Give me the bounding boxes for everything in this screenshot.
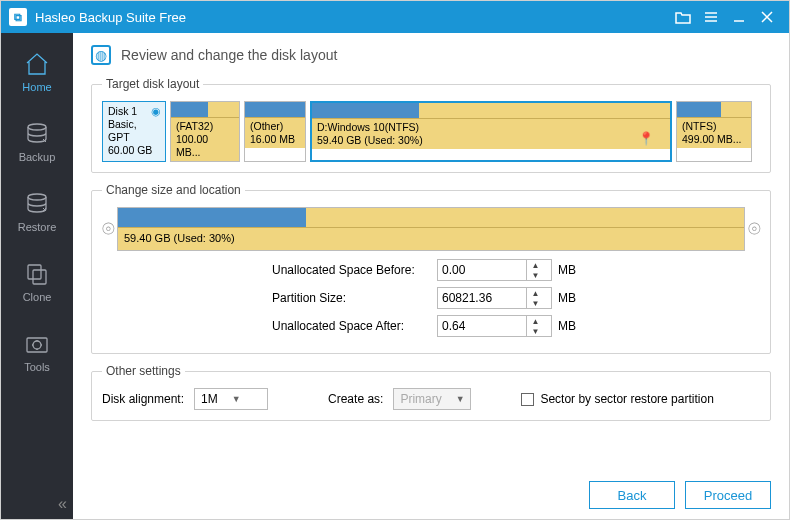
svg-point-1 xyxy=(28,194,46,200)
create-as-label: Create as: xyxy=(328,392,383,406)
other-settings-group: Other settings Disk alignment: 1M ▼ Crea… xyxy=(91,364,771,421)
disk-size: 60.00 GB xyxy=(108,144,160,157)
svg-rect-3 xyxy=(33,270,46,284)
unalloc-before-input[interactable]: ▲▼ xyxy=(437,259,552,281)
resize-partition[interactable]: 59.40 GB (Used: 30%) xyxy=(117,207,745,251)
svg-point-5 xyxy=(33,341,41,349)
back-button[interactable]: Back xyxy=(589,481,675,509)
resize-legend: Change size and location xyxy=(102,183,245,197)
svg-point-0 xyxy=(28,124,46,130)
backup-icon xyxy=(23,121,51,147)
unalloc-after-field[interactable] xyxy=(438,316,526,336)
disk-type: Basic, GPT xyxy=(108,118,160,144)
partition-block[interactable]: (FAT32)100.00 MB... xyxy=(170,101,240,162)
partition-fs: (FAT32) xyxy=(176,120,234,133)
tools-icon xyxy=(23,331,51,357)
partition-size-field[interactable] xyxy=(438,288,526,308)
partition-block[interactable]: (NTFS)499.00 MB... xyxy=(676,101,752,162)
partition-size: 100.00 MB... xyxy=(176,133,234,159)
spin-down-icon[interactable]: ▼ xyxy=(527,298,544,308)
minimize-icon[interactable] xyxy=(725,3,753,31)
svg-rect-2 xyxy=(28,265,41,279)
app-title: Hasleo Backup Suite Free xyxy=(35,10,669,25)
sidebar-item-tools[interactable]: Tools xyxy=(1,317,73,387)
disk-block[interactable]: ◉ Disk 1 Basic, GPT 60.00 GB xyxy=(102,101,166,162)
sidebar-item-label: Tools xyxy=(24,361,50,373)
target-layout-legend: Target disk layout xyxy=(102,77,203,91)
pin-icon: 📍 xyxy=(638,131,654,146)
resize-group: Change size and location ⦾ 59.40 GB (Use… xyxy=(91,183,771,354)
page-title: Review and change the disk layout xyxy=(121,47,337,63)
sidebar-item-label: Home xyxy=(22,81,51,93)
sidebar-item-home[interactable]: Home xyxy=(1,37,73,107)
unalloc-before-field[interactable] xyxy=(438,260,526,280)
footer-buttons: Back Proceed xyxy=(589,481,771,509)
sidebar-item-label: Clone xyxy=(23,291,52,303)
disk-row: ◉ Disk 1 Basic, GPT 60.00 GB (FAT32)100.… xyxy=(102,101,760,162)
partition-fs: (NTFS) xyxy=(682,120,746,133)
checkbox-box-icon xyxy=(521,393,534,406)
target-layout-group: Target disk layout ◉ Disk 1 Basic, GPT 6… xyxy=(91,77,771,173)
partition-size-label: Partition Size: xyxy=(272,291,437,305)
disk-alignment-label: Disk alignment: xyxy=(102,392,184,406)
partition-block[interactable]: (Other)16.00 MB xyxy=(244,101,306,162)
unalloc-after-input[interactable]: ▲▼ xyxy=(437,315,552,337)
unit-label: MB xyxy=(558,263,576,277)
unalloc-after-label: Unallocated Space After: xyxy=(272,319,437,333)
collapse-icon[interactable]: « xyxy=(58,495,67,513)
disk-alignment-select[interactable]: 1M ▼ xyxy=(194,388,268,410)
unit-label: MB xyxy=(558,319,576,333)
sidebar-item-restore[interactable]: Restore xyxy=(1,177,73,247)
proceed-button[interactable]: Proceed xyxy=(685,481,771,509)
chevron-down-icon: ▼ xyxy=(232,394,241,404)
resize-handle-left[interactable]: ⦾ xyxy=(102,215,114,243)
resize-handle-right[interactable]: ⦾ xyxy=(748,215,760,243)
home-icon xyxy=(23,51,51,77)
partition-fs: D:Windows 10(NTFS) xyxy=(317,121,665,134)
unalloc-before-label: Unallocated Space Before: xyxy=(272,263,437,277)
sidebar-item-label: Backup xyxy=(19,151,56,163)
app-logo-icon: ⧉ xyxy=(9,8,27,26)
spin-down-icon[interactable]: ▼ xyxy=(527,270,544,280)
sidebar: Home Backup Restore Clone Tools « xyxy=(1,33,73,519)
partition-size: 16.00 MB xyxy=(250,133,300,146)
sidebar-item-label: Restore xyxy=(18,221,57,233)
titlebar: ⧉ Hasleo Backup Suite Free xyxy=(1,1,789,33)
open-icon[interactable] xyxy=(669,3,697,31)
disk-review-icon: ◍ xyxy=(91,45,111,65)
partition-size-input[interactable]: ▲▼ xyxy=(437,287,552,309)
create-as-select: Primary ▼ xyxy=(393,388,471,410)
spin-up-icon[interactable]: ▲ xyxy=(527,260,544,270)
close-icon[interactable] xyxy=(753,3,781,31)
partition-block[interactable]: D:Windows 10(NTFS)59.40 GB (Used: 30%)📍 xyxy=(310,101,672,162)
restore-icon xyxy=(23,191,51,217)
unit-label: MB xyxy=(558,291,576,305)
disk-alignment-value: 1M xyxy=(201,392,218,406)
create-as-value: Primary xyxy=(400,392,441,406)
page-header: ◍ Review and change the disk layout xyxy=(91,45,771,65)
sidebar-item-clone[interactable]: Clone xyxy=(1,247,73,317)
menu-icon[interactable] xyxy=(697,3,725,31)
disk-icon: ◉ xyxy=(151,105,161,118)
other-settings-legend: Other settings xyxy=(102,364,185,378)
chevron-down-icon: ▼ xyxy=(456,394,465,404)
spin-up-icon[interactable]: ▲ xyxy=(527,316,544,326)
partition-size: 59.40 GB (Used: 30%) xyxy=(317,134,665,147)
content-area: ◍ Review and change the disk layout Targ… xyxy=(73,33,789,519)
resize-partition-label: 59.40 GB (Used: 30%) xyxy=(118,228,744,250)
sector-by-sector-label: Sector by sector restore partition xyxy=(540,392,713,406)
sector-by-sector-checkbox[interactable]: Sector by sector restore partition xyxy=(521,392,713,406)
sidebar-item-backup[interactable]: Backup xyxy=(1,107,73,177)
spin-down-icon[interactable]: ▼ xyxy=(527,326,544,336)
partition-size: 499.00 MB... xyxy=(682,133,746,146)
spin-up-icon[interactable]: ▲ xyxy=(527,288,544,298)
clone-icon xyxy=(23,261,51,287)
partition-fs: (Other) xyxy=(250,120,300,133)
